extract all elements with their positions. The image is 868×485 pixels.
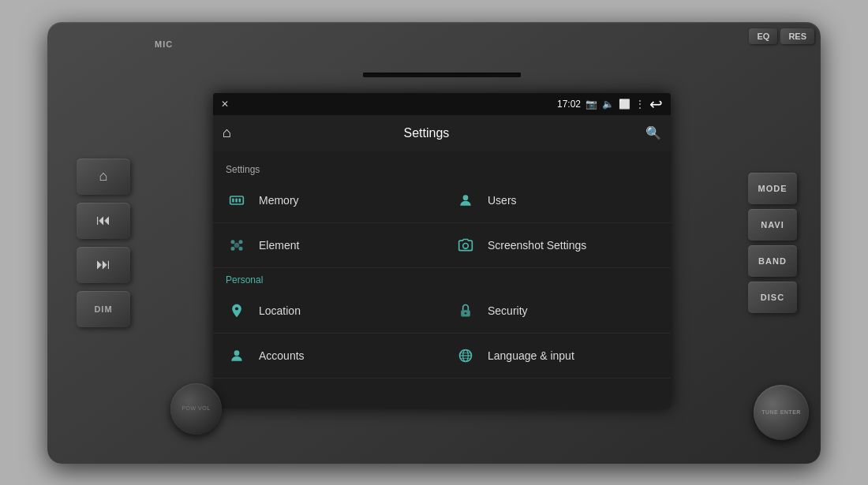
no-signal-icon: ✕ [221, 99, 229, 110]
camera-status-icon: 📷 [586, 99, 597, 110]
screenshot-label: Screenshot Settings [488, 239, 586, 252]
status-icons: 17:02 📷 🔈 ⬜ ⋮ ↩ [557, 95, 663, 114]
personal-section-label: Personal [213, 268, 671, 289]
settings-content: Settings [213, 151, 671, 409]
svg-rect-2 [235, 198, 238, 202]
svg-point-7 [239, 240, 243, 244]
car-unit: EQ RES ⌂ ⏮ ⏭ DIM MIC ✕ 17:02 📷 [47, 22, 821, 464]
screenshot-icon [455, 234, 477, 256]
left-panel: ⌂ ⏮ ⏭ DIM [60, 32, 147, 454]
status-time: 17:02 [557, 99, 581, 110]
app-bar: ⌂ Settings 🔍 [213, 115, 671, 151]
users-item[interactable]: Users [442, 178, 671, 223]
pow-vol-knob[interactable]: POW VOL [170, 383, 222, 435]
language-item[interactable]: Language & input [442, 334, 671, 379]
memory-icon [226, 189, 248, 211]
element-label: Element [259, 239, 299, 252]
svg-point-8 [231, 246, 235, 250]
top-right-buttons: EQ RES [749, 28, 814, 44]
mode-button[interactable]: MODE [748, 173, 797, 204]
app-bar-home-icon[interactable]: ⌂ [223, 125, 231, 141]
right-panel: MODE NAVI BAND DISC TUNE ENTER [737, 32, 808, 454]
disc-button[interactable]: DISC [748, 282, 797, 313]
status-bar: ✕ 17:02 📷 🔈 ⬜ ⋮ ↩ [213, 93, 671, 115]
res-button[interactable]: RES [780, 28, 814, 44]
mic-label: MIC [155, 39, 173, 49]
memory-item[interactable]: Memory [213, 178, 442, 223]
settings-personal-grid: Location Security [213, 289, 671, 379]
users-label: Users [488, 194, 517, 207]
svg-point-11 [235, 307, 238, 310]
pow-vol-label: POW VOL [181, 405, 210, 412]
screen-status-icon: ⬜ [619, 99, 630, 110]
screenshot-item[interactable]: Screenshot Settings [442, 223, 671, 268]
app-bar-title: Settings [241, 126, 612, 140]
location-item[interactable]: Location [213, 289, 442, 334]
language-icon [455, 345, 477, 367]
memory-label: Memory [259, 194, 299, 207]
fastforward-button[interactable]: ⏭ [77, 247, 130, 283]
svg-point-13 [465, 312, 467, 315]
settings-top-grid: Memory Users [213, 178, 671, 268]
security-item[interactable]: Security [442, 289, 671, 334]
band-button[interactable]: BAND [748, 245, 797, 277]
svg-rect-1 [232, 198, 234, 202]
home-button[interactable]: ⌂ [77, 159, 130, 195]
settings-section-label: Settings [213, 158, 671, 178]
svg-point-6 [231, 240, 235, 244]
screen-area: MIC ✕ 17:02 📷 🔈 ⬜ ⋮ ↩ [147, 32, 737, 454]
language-label: Language & input [488, 349, 574, 362]
element-item[interactable]: Element [213, 223, 442, 268]
svg-rect-3 [239, 198, 241, 202]
rewind-button[interactable]: ⏮ [77, 203, 130, 239]
svg-point-5 [234, 242, 240, 248]
search-icon[interactable]: 🔍 [645, 125, 661, 140]
location-icon [226, 300, 248, 322]
tune-enter-label: TUNE ENTER [761, 409, 801, 416]
security-icon [455, 300, 477, 322]
more-status-icon: ⋮ [635, 99, 645, 110]
element-icon [226, 234, 248, 256]
navi-button[interactable]: NAVI [748, 209, 797, 241]
tune-enter-knob[interactable]: TUNE ENTER [754, 385, 809, 440]
back-status-icon[interactable]: ↩ [649, 95, 663, 114]
accounts-label: Accounts [259, 349, 305, 362]
eq-button[interactable]: EQ [749, 28, 777, 44]
accounts-item[interactable]: Accounts [213, 334, 442, 379]
cd-slot [363, 73, 521, 77]
location-label: Location [259, 304, 301, 317]
status-left: ✕ [221, 99, 229, 110]
security-label: Security [488, 304, 528, 317]
svg-point-9 [239, 246, 243, 250]
volume-status-icon: 🔈 [602, 99, 614, 110]
users-icon [455, 189, 477, 211]
svg-point-10 [463, 243, 469, 248]
android-screen: ✕ 17:02 📷 🔈 ⬜ ⋮ ↩ ⌂ Settings 🔍 [213, 93, 671, 409]
accounts-icon [226, 345, 248, 367]
dim-button[interactable]: DIM [77, 291, 130, 327]
svg-point-14 [234, 350, 240, 356]
svg-point-4 [463, 195, 469, 200]
